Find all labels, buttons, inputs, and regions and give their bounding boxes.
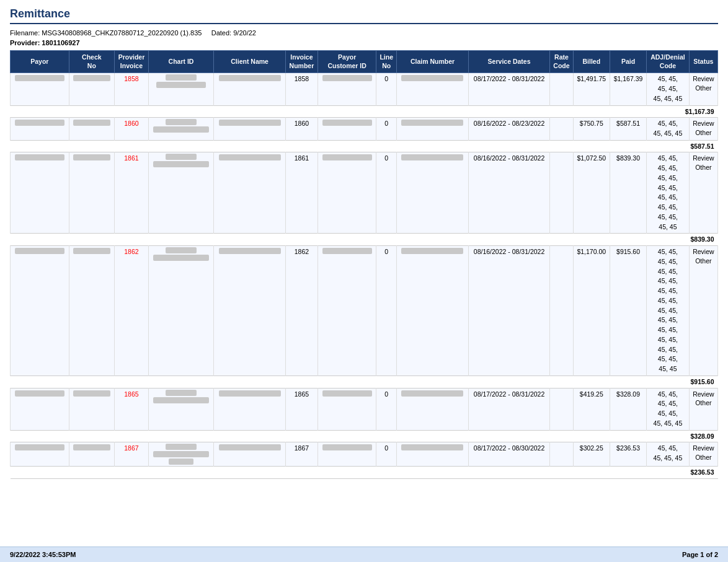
col-paid: Paid bbox=[610, 51, 646, 73]
subtotal-value: $1,167.39 bbox=[610, 105, 717, 118]
cell-status: ReviewOther bbox=[689, 442, 717, 467]
cell-payor-customer-id bbox=[317, 118, 376, 141]
cell-provider-invoice: 1861 bbox=[115, 152, 149, 234]
cell-billed: $302.25 bbox=[573, 442, 610, 467]
cell-client-name bbox=[214, 388, 286, 430]
cell-chart-id bbox=[148, 388, 213, 430]
cell-client-name bbox=[214, 442, 286, 467]
table-row: 1865 1865 0 08/17/2022 - 08/31/2022 $419… bbox=[11, 388, 718, 430]
cell-payor bbox=[11, 73, 69, 105]
cell-service-dates: 08/16/2022 - 08/31/2022 bbox=[468, 152, 549, 234]
col-chart-id: Chart ID bbox=[148, 51, 213, 73]
cell-claim-number bbox=[397, 246, 469, 376]
cell-payor bbox=[11, 246, 69, 376]
table-row: 1860 1860 0 08/16/2022 - 08/23/2022 $750… bbox=[11, 118, 718, 141]
cell-line-no: 0 bbox=[376, 442, 397, 467]
subtotal-value: $915.60 bbox=[610, 375, 717, 388]
col-status: Status bbox=[689, 51, 717, 73]
cell-claim-number bbox=[397, 152, 469, 234]
cell-invoice-number: 1858 bbox=[286, 73, 318, 105]
footer-timestamp: 9/22/2022 3:45:53PM bbox=[10, 551, 76, 558]
cell-client-name bbox=[214, 152, 286, 234]
remittance-table: Payor CheckNo ProviderInvoice Chart ID C… bbox=[10, 50, 718, 479]
table-header-row: Payor CheckNo ProviderInvoice Chart ID C… bbox=[11, 51, 718, 73]
cell-billed: $1,491.75 bbox=[573, 73, 610, 105]
cell-claim-number bbox=[397, 388, 469, 430]
cell-paid: $587.51 bbox=[610, 118, 646, 141]
subtotal-row: $1,167.39 bbox=[11, 105, 718, 118]
subtotal-row: $328.09 bbox=[11, 430, 718, 442]
cell-provider-invoice: 1865 bbox=[115, 388, 149, 430]
cell-line-no: 0 bbox=[376, 118, 397, 141]
cell-claim-number bbox=[397, 73, 469, 105]
cell-invoice-number: 1861 bbox=[286, 152, 318, 234]
cell-adj-code: 45, 45,45, 45,45, 45,45, 45, 45 bbox=[647, 388, 690, 430]
cell-payor bbox=[11, 388, 69, 430]
cell-payor-customer-id bbox=[317, 388, 376, 430]
col-client-name: Client Name bbox=[214, 51, 286, 73]
cell-check-no bbox=[69, 442, 114, 467]
provider-value: 1801106927 bbox=[42, 39, 79, 46]
cell-chart-id bbox=[148, 442, 213, 467]
col-claim-number: Claim Number bbox=[397, 51, 469, 73]
cell-status: ReviewOther bbox=[689, 73, 717, 105]
cell-billed: $419.25 bbox=[573, 388, 610, 430]
footer-page: Page 1 of 2 bbox=[682, 551, 718, 558]
cell-status: ReviewOther bbox=[689, 152, 717, 234]
filename-label: Filename: bbox=[10, 29, 40, 37]
subtotal-value: $839.30 bbox=[610, 234, 717, 246]
subtotal-row: $587.51 bbox=[11, 140, 718, 152]
cell-check-no bbox=[69, 388, 114, 430]
cell-client-name bbox=[214, 246, 286, 376]
col-provider-invoice: ProviderInvoice bbox=[115, 51, 149, 73]
cell-claim-number bbox=[397, 442, 469, 467]
cell-payor bbox=[11, 442, 69, 467]
page-title: Remittance bbox=[10, 7, 718, 24]
cell-paid: $839.30 bbox=[610, 152, 646, 234]
cell-service-dates: 08/16/2022 - 08/31/2022 bbox=[468, 246, 549, 376]
cell-adj-code: 45, 45,45, 45,45, 45, 45 bbox=[647, 73, 690, 105]
col-line-no: LineNo bbox=[376, 51, 397, 73]
cell-paid: $915.60 bbox=[610, 246, 646, 376]
subtotal-value: $236.53 bbox=[610, 467, 717, 479]
cell-chart-id bbox=[148, 73, 213, 105]
cell-invoice-number: 1867 bbox=[286, 442, 318, 467]
col-invoice-number: InvoiceNumber bbox=[286, 51, 318, 73]
col-service-dates: Service Dates bbox=[468, 51, 549, 73]
cell-chart-id bbox=[148, 152, 213, 234]
cell-adj-code: 45, 45,45, 45,45, 45,45, 45,45, 45,45, 4… bbox=[647, 246, 690, 376]
subtotal-value: $328.09 bbox=[610, 430, 717, 442]
cell-paid: $236.53 bbox=[610, 442, 646, 467]
cell-provider-invoice: 1860 bbox=[115, 118, 149, 141]
cell-client-name bbox=[214, 118, 286, 141]
cell-paid: $1,167.39 bbox=[610, 73, 646, 105]
table-row: 1861 1861 0 08/16/2022 - 08/31/2022 $1,0… bbox=[11, 152, 718, 234]
cell-provider-invoice: 1867 bbox=[115, 442, 149, 467]
cell-line-no: 0 bbox=[376, 246, 397, 376]
cell-chart-id bbox=[148, 246, 213, 376]
cell-provider-invoice: 1858 bbox=[115, 73, 149, 105]
filename-value: MSG340808968_CHKZ07880712_20220920 (1).8… bbox=[42, 29, 202, 37]
cell-service-dates: 08/17/2022 - 08/31/2022 bbox=[468, 388, 549, 430]
provider-label: Provider: bbox=[10, 39, 40, 46]
cell-line-no: 0 bbox=[376, 388, 397, 430]
cell-payor-customer-id bbox=[317, 152, 376, 234]
cell-rate-code bbox=[550, 388, 573, 430]
cell-line-no: 0 bbox=[376, 73, 397, 105]
cell-billed: $1,072.50 bbox=[573, 152, 610, 234]
cell-invoice-number: 1860 bbox=[286, 118, 318, 141]
col-adj-denial-code: ADJ/DenialCode bbox=[647, 51, 690, 73]
cell-service-dates: 08/16/2022 - 08/23/2022 bbox=[468, 118, 549, 141]
cell-invoice-number: 1865 bbox=[286, 388, 318, 430]
page-footer: 9/22/2022 3:45:53PM Page 1 of 2 bbox=[0, 547, 728, 562]
cell-adj-code: 45, 45,45, 45, 45 bbox=[647, 118, 690, 141]
file-info: Filename: MSG340808968_CHKZ07880712_2022… bbox=[10, 29, 718, 37]
col-payor-customer-id: PayorCustomer ID bbox=[317, 51, 376, 73]
col-rate-code: RateCode bbox=[550, 51, 573, 73]
cell-chart-id bbox=[148, 118, 213, 141]
cell-payor bbox=[11, 118, 69, 141]
cell-line-no: 0 bbox=[376, 152, 397, 234]
cell-rate-code bbox=[550, 118, 573, 141]
cell-rate-code bbox=[550, 442, 573, 467]
cell-check-no bbox=[69, 73, 114, 105]
